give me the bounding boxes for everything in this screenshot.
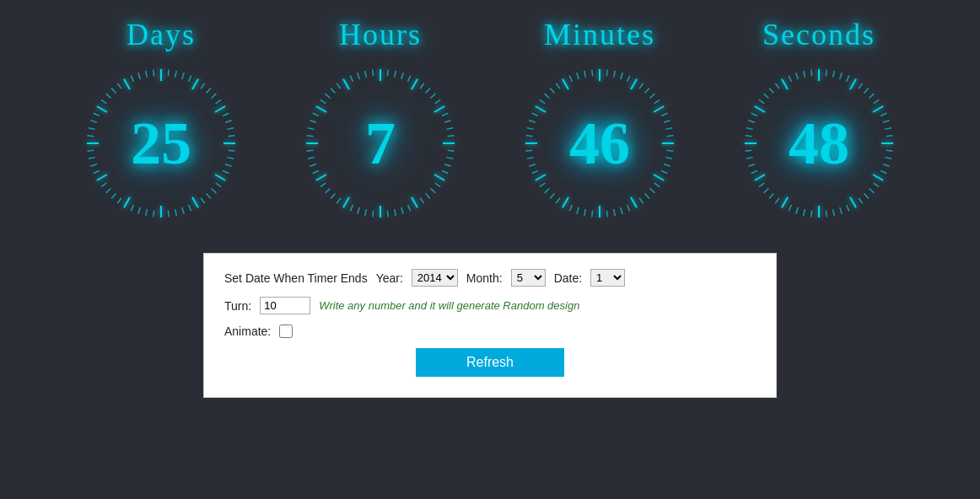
svg-line-55 xyxy=(124,79,130,89)
svg-line-151 xyxy=(592,211,593,217)
svg-line-189 xyxy=(874,99,879,104)
svg-line-167 xyxy=(527,128,534,130)
svg-line-76 xyxy=(448,150,455,151)
svg-line-156 xyxy=(556,198,560,203)
year-label: Year: xyxy=(376,271,403,285)
svg-line-238 xyxy=(804,71,805,78)
svg-line-62 xyxy=(395,71,396,78)
svg-line-163 xyxy=(527,158,534,159)
svg-line-27 xyxy=(182,207,184,214)
svg-line-8 xyxy=(211,94,216,98)
refresh-button[interactable]: Refresh xyxy=(416,348,564,377)
svg-line-96 xyxy=(337,198,341,203)
svg-line-192 xyxy=(883,121,890,122)
svg-line-199 xyxy=(880,171,886,174)
svg-line-200 xyxy=(873,174,883,180)
svg-line-59 xyxy=(153,69,154,76)
svg-line-206 xyxy=(847,205,849,211)
svg-line-220 xyxy=(755,174,765,180)
svg-line-91 xyxy=(373,211,374,217)
svg-line-228 xyxy=(748,121,755,122)
svg-line-23 xyxy=(207,193,211,198)
svg-line-157 xyxy=(550,193,554,198)
svg-line-188 xyxy=(869,94,874,98)
svg-line-201 xyxy=(874,183,879,187)
svg-line-230 xyxy=(755,106,765,112)
date-select[interactable]: 1234567891011121314151617181920212223242… xyxy=(590,269,625,287)
svg-line-144 xyxy=(639,198,643,203)
svg-line-218 xyxy=(764,189,769,193)
svg-line-52 xyxy=(106,94,111,98)
svg-line-169 xyxy=(532,113,538,115)
svg-line-118 xyxy=(365,71,367,78)
svg-line-204 xyxy=(859,198,863,203)
svg-line-33 xyxy=(138,207,140,214)
turn-label: Turn: xyxy=(224,299,251,313)
svg-line-232 xyxy=(764,94,769,98)
svg-line-125 xyxy=(631,79,637,89)
svg-line-149 xyxy=(606,211,607,217)
clock-number-hours: 7 xyxy=(365,113,396,174)
month-select[interactable]: 123456789101112 xyxy=(511,269,546,287)
svg-line-160 xyxy=(536,174,546,180)
svg-line-100 xyxy=(316,174,326,180)
svg-line-63 xyxy=(401,72,403,79)
svg-line-31 xyxy=(153,211,154,217)
svg-line-235 xyxy=(782,79,788,89)
svg-line-106 xyxy=(306,136,313,137)
svg-line-229 xyxy=(751,113,757,115)
svg-line-222 xyxy=(748,164,755,166)
svg-line-79 xyxy=(442,171,448,174)
clock-label-days: Days xyxy=(127,17,196,52)
svg-line-205 xyxy=(850,197,856,207)
svg-line-127 xyxy=(645,89,649,94)
svg-line-177 xyxy=(577,72,579,79)
svg-line-145 xyxy=(631,197,637,207)
svg-line-136 xyxy=(667,150,674,151)
svg-line-50 xyxy=(97,106,107,112)
svg-line-131 xyxy=(661,113,667,115)
svg-line-194 xyxy=(886,136,893,137)
svg-line-85 xyxy=(412,197,417,207)
svg-line-69 xyxy=(435,99,440,104)
svg-line-184 xyxy=(847,76,849,82)
svg-line-168 xyxy=(529,121,536,122)
svg-line-86 xyxy=(408,205,411,211)
svg-line-19 xyxy=(223,171,229,174)
svg-line-231 xyxy=(759,99,764,104)
animate-checkbox[interactable] xyxy=(279,325,293,338)
svg-line-14 xyxy=(229,136,235,137)
svg-line-208 xyxy=(833,209,835,216)
svg-line-143 xyxy=(645,193,649,198)
svg-line-176 xyxy=(569,76,572,82)
svg-line-49 xyxy=(94,113,100,115)
svg-line-61 xyxy=(387,69,388,76)
svg-line-48 xyxy=(90,121,97,122)
svg-line-35 xyxy=(124,197,130,207)
svg-line-124 xyxy=(627,76,630,82)
svg-line-140 xyxy=(654,174,664,180)
clock-label-hours: Hours xyxy=(339,17,422,52)
svg-line-123 xyxy=(621,72,622,79)
turn-input[interactable] xyxy=(260,297,310,314)
year-select[interactable]: 201320142015201620172018 xyxy=(412,269,458,287)
svg-line-97 xyxy=(331,193,335,198)
svg-line-65 xyxy=(412,79,417,89)
svg-line-93 xyxy=(358,207,359,214)
animate-row: Animate: xyxy=(224,325,756,338)
date-row: Set Date When Timer Ends Year: 201320142… xyxy=(224,269,756,287)
svg-line-41 xyxy=(94,171,100,174)
svg-line-9 xyxy=(216,99,221,104)
svg-line-42 xyxy=(90,164,97,166)
svg-line-107 xyxy=(308,128,315,130)
svg-line-190 xyxy=(873,106,883,112)
svg-line-142 xyxy=(649,189,654,193)
svg-line-171 xyxy=(540,99,545,104)
svg-line-7 xyxy=(207,89,211,94)
svg-line-110 xyxy=(316,106,326,112)
svg-line-25 xyxy=(192,197,198,207)
svg-line-103 xyxy=(308,158,315,159)
svg-line-183 xyxy=(840,72,842,79)
svg-line-207 xyxy=(840,207,842,214)
svg-line-170 xyxy=(536,106,546,112)
